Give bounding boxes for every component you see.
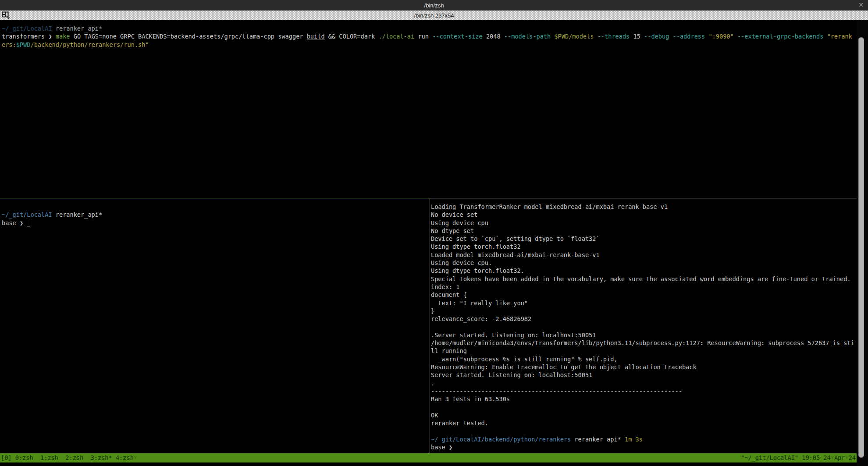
tmux-window-list[interactable]: [0] 0:zsh 1:zsh 2:zsh 3:zsh* 4:zsh- bbox=[0, 453, 137, 462]
tmux-pane-bottom-right[interactable]: Loading TransformerRanker model mixedbre… bbox=[430, 198, 857, 453]
terminal-line: No dtype set bbox=[431, 227, 857, 235]
terminal-line: ResourceWarning: Enable tracemalloc to g… bbox=[431, 363, 857, 371]
terminal-line: Using device cpu. bbox=[431, 259, 857, 267]
terminal-line: Loading TransformerRanker model mixedbre… bbox=[431, 203, 857, 211]
terminal-line: ~/_git/LocalAI/backend/python/rerankers … bbox=[431, 435, 857, 443]
tmux-status-right: "~/_git/LocalAI" 19:05 24-Apr-24 bbox=[741, 453, 857, 462]
terminal-line: relevance_score: -2.46826982 bbox=[431, 315, 857, 323]
terminal-line: OK bbox=[431, 411, 857, 419]
terminal-line: ----------------------------------------… bbox=[431, 387, 857, 395]
window-layout-icon[interactable] bbox=[2, 11, 11, 19]
terminal-line: transformers ❯ make GO_TAGS=none GRPC_BA… bbox=[2, 32, 857, 40]
terminal-line bbox=[431, 403, 857, 411]
terminal-line: Using dtype torch.float32 bbox=[431, 243, 857, 251]
terminal-line bbox=[2, 203, 430, 211]
terminal-line: _warn("subprocess %s is still running" %… bbox=[431, 355, 857, 363]
window-titlebar: /bin/zsh ✕ bbox=[0, 0, 868, 11]
terminal-line: Using device cpu bbox=[431, 219, 857, 227]
close-icon[interactable]: ✕ bbox=[858, 1, 864, 8]
tmux-pane-top[interactable]: ~/_git/LocalAI reranker_api*transformers… bbox=[0, 20, 857, 198]
terminal-window: /bin/zsh ✕ /bin/zsh 237x54 ~/_git/LocalA… bbox=[0, 0, 868, 466]
terminal-line: } bbox=[431, 307, 857, 315]
terminal-line: Server started. Listening on: localhost:… bbox=[431, 371, 857, 379]
terminal-line: ers:$PWD/backend/python/rerankers/run.sh… bbox=[2, 41, 857, 49]
text-cursor bbox=[27, 220, 30, 226]
terminal-line: ~/_git/LocalAI reranker_api* bbox=[2, 211, 430, 219]
tab-bar: /bin/zsh 237x54 bbox=[0, 11, 868, 20]
terminal-line: index: 1 bbox=[431, 283, 857, 291]
tmux-pane-bottom-left[interactable]: ~/_git/LocalAI reranker_api*base ❯ bbox=[0, 198, 430, 453]
terminal-line: Device set to `cpu`, setting dtype to `f… bbox=[431, 235, 857, 243]
scrollbar[interactable] bbox=[857, 20, 868, 466]
terminal-line: base ❯ bbox=[2, 219, 430, 227]
terminal-line: No device set bbox=[431, 211, 857, 219]
terminal-line: document { bbox=[431, 291, 857, 299]
tmux-status-bar: [0] 0:zsh 1:zsh 2:zsh 3:zsh* 4:zsh- "~/_… bbox=[0, 453, 857, 462]
terminal-line: text: "I really like you" bbox=[431, 299, 857, 307]
terminal-line bbox=[431, 427, 857, 435]
tab-title: /bin/zsh 237x54 bbox=[414, 12, 454, 19]
terminal-line: /home/mudler/miniconda3/envs/transformer… bbox=[431, 339, 857, 347]
terminal-line: .Server started. Listening on: localhost… bbox=[431, 331, 857, 339]
scrollbar-thumb[interactable] bbox=[858, 37, 864, 458]
terminal-line: Using dtype torch.float32. bbox=[431, 267, 857, 275]
terminal-line: . bbox=[431, 379, 857, 387]
terminal-line: Ran 3 tests in 63.530s bbox=[431, 395, 857, 403]
terminal-line: reranker tested. bbox=[431, 419, 857, 427]
terminal-line: ll running bbox=[431, 347, 857, 355]
terminal-line: Special tokens have been added in the vo… bbox=[431, 275, 857, 283]
terminal-line bbox=[431, 323, 857, 331]
window-title: /bin/zsh bbox=[424, 2, 444, 9]
terminal-line: base ❯ bbox=[431, 443, 857, 451]
terminal-line: Loaded model mixedbread-ai/mxbai-rerank-… bbox=[431, 251, 857, 259]
terminal-line: ~/_git/LocalAI reranker_api* bbox=[2, 25, 857, 32]
